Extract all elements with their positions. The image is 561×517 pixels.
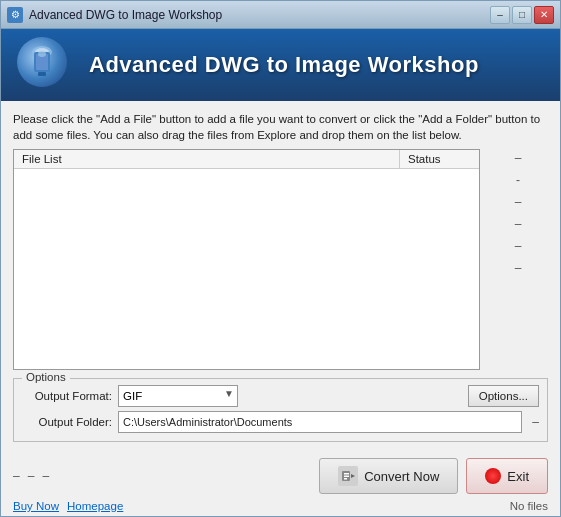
file-list-box[interactable]: File List Status (13, 149, 480, 370)
svg-point-5 (38, 51, 46, 57)
format-label: Output Format: (22, 390, 112, 402)
dash-6: – (488, 261, 548, 275)
exit-icon (485, 468, 501, 484)
file-list-header: File List Status (14, 150, 479, 169)
file-list-col-file: File List (14, 150, 399, 168)
options-button[interactable]: Options... (468, 385, 539, 407)
file-list-body (14, 169, 479, 369)
convert-now-button[interactable]: Convert Now (319, 458, 458, 494)
convert-now-label: Convert Now (364, 469, 439, 484)
bottom-dash-2: – (28, 469, 35, 483)
options-legend: Options (22, 371, 70, 383)
header-logo (17, 37, 73, 93)
footer-bar: Buy Now Homepage No files (1, 498, 560, 516)
app-icon: ⚙ (7, 7, 23, 23)
dash-2: - (488, 173, 548, 187)
footer-status: No files (510, 500, 548, 512)
window-title: Advanced DWG to Image Workshop (29, 8, 490, 22)
dash-3: – (488, 195, 548, 209)
bottom-dash-3: – (42, 469, 49, 483)
footer-links: Buy Now Homepage (13, 500, 123, 512)
svg-rect-8 (344, 476, 349, 478)
format-select[interactable]: GIF BMP JPEG PNG TIFF (118, 385, 238, 407)
folder-dash: – (532, 415, 539, 429)
convert-icon (338, 466, 358, 486)
header-banner: Advanced DWG to Image Workshop (1, 29, 560, 101)
bottom-dash-1: – (13, 469, 20, 483)
svg-rect-7 (344, 473, 349, 475)
exit-button[interactable]: Exit (466, 458, 548, 494)
svg-rect-9 (344, 478, 347, 480)
app-title: Advanced DWG to Image Workshop (89, 52, 479, 78)
homepage-link[interactable]: Homepage (67, 500, 123, 512)
format-select-wrapper[interactable]: GIF BMP JPEG PNG TIFF (118, 385, 238, 407)
buy-now-link[interactable]: Buy Now (13, 500, 59, 512)
bottom-bar: – – – Convert Now Exit (1, 452, 560, 498)
exit-label: Exit (507, 469, 529, 484)
file-list-area: File List Status – - – – – – (13, 149, 548, 370)
close-button[interactable]: ✕ (534, 6, 554, 24)
svg-rect-4 (38, 72, 46, 76)
folder-input[interactable] (118, 411, 522, 433)
format-row: Output Format: GIF BMP JPEG PNG TIFF Opt… (22, 385, 539, 407)
restore-button[interactable]: □ (512, 6, 532, 24)
main-window: ⚙ Advanced DWG to Image Workshop – □ ✕ A… (0, 0, 561, 517)
title-bar: ⚙ Advanced DWG to Image Workshop – □ ✕ (1, 1, 560, 29)
dash-5: – (488, 239, 548, 253)
dash-4: – (488, 217, 548, 231)
svg-marker-10 (351, 474, 355, 478)
window-controls: – □ ✕ (490, 6, 554, 24)
minimize-button[interactable]: – (490, 6, 510, 24)
content-area: Please click the "Add a File" button to … (1, 101, 560, 452)
logo-circle (17, 37, 67, 87)
folder-label: Output Folder: (22, 416, 112, 428)
dash-1: – (488, 151, 548, 165)
instructions-text: Please click the "Add a File" button to … (13, 111, 548, 143)
folder-row: Output Folder: – (22, 411, 539, 433)
options-section: Options Output Format: GIF BMP JPEG PNG … (13, 378, 548, 442)
right-dashes-panel: – - – – – – (488, 149, 548, 370)
file-list-col-status: Status (399, 150, 479, 168)
